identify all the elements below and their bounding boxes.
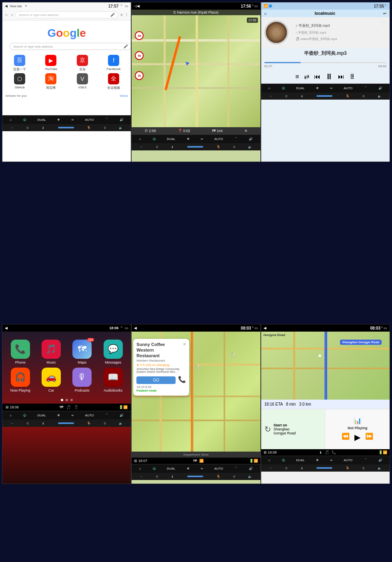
sub-slider-4[interactable] xyxy=(58,422,74,424)
eq-icon[interactable]: 🎚 xyxy=(349,73,356,80)
list-icon[interactable]: ≡ xyxy=(295,73,299,80)
phone-icon[interactable]: 📞 xyxy=(178,376,186,383)
navigation-action[interactable]: ↻ Start on Shangliao Gongye Road xyxy=(261,409,326,449)
url-bar[interactable]: Search or type web address 🎤 xyxy=(15,11,118,18)
shortcut-facebook[interactable]: f Facebook xyxy=(99,55,128,72)
sub-vol-4[interactable]: 🔈 xyxy=(119,422,123,425)
sub-back[interactable]: ← xyxy=(10,126,14,130)
carplay-back[interactable]: ◀ xyxy=(5,326,8,330)
sub-temp-2[interactable]: 🌡 xyxy=(171,145,174,149)
nav-map[interactable]: 40 56 35 ▲ 17:56 xyxy=(132,15,260,127)
snow-icon-4[interactable]: ❄ xyxy=(57,414,60,417)
shortcut-taobao[interactable]: 淘 淘宝网 xyxy=(36,73,66,90)
nav3-map[interactable]: ▲ Shangliao Gongye Road Hongma Road xyxy=(261,332,390,400)
show-link[interactable]: Show xyxy=(120,94,128,98)
link-icon-2[interactable]: ∞ xyxy=(201,137,203,141)
bookmark-icon[interactable]: ☆ xyxy=(120,13,123,17)
link-icon-3[interactable]: ∞ xyxy=(330,86,332,90)
shortcut-jd[interactable]: 京 京东 xyxy=(68,55,97,72)
sub-temp-4[interactable]: 🌡 xyxy=(42,422,45,425)
nav-forward-icon[interactable]: → xyxy=(10,13,14,17)
volume-icon[interactable]: 🔊 xyxy=(120,118,124,122)
home-btn-5[interactable]: ⌂ xyxy=(139,467,141,470)
sub-slider-5[interactable] xyxy=(187,476,203,477)
close-nav[interactable]: ✕ xyxy=(244,129,248,133)
progress-bar[interactable] xyxy=(264,62,386,63)
poi-marker[interactable]: 🍴 xyxy=(194,364,200,370)
shortcut-baidu[interactable]: 百 百度一下 xyxy=(5,55,34,72)
voice-search-icon[interactable]: 🎤 xyxy=(124,44,128,48)
shortcut-youtube[interactable]: ▶ YouTube xyxy=(36,55,66,72)
sub-slider-3[interactable] xyxy=(316,95,332,97)
maps-bottom-icon[interactable]: 🗺 xyxy=(60,405,63,409)
poi-marker-2[interactable]: 🍴 xyxy=(230,352,236,358)
curve-icon-3[interactable]: ⌒ xyxy=(364,86,367,90)
carplay-app-messages[interactable]: 💬 Messages xyxy=(99,340,127,364)
grid-icon-2[interactable]: ⊞ 18:07 xyxy=(134,459,147,463)
prev-btn-2[interactable]: ⏪ xyxy=(342,432,350,442)
nav3-menu[interactable]: ▭ xyxy=(384,326,387,330)
sub-vol-6[interactable]: 🔈 xyxy=(378,466,382,470)
sub-slider-6[interactable] xyxy=(316,467,332,469)
music-expand[interactable]: ⌃ xyxy=(384,4,387,8)
carplay-app-music[interactable]: 🎵 Music xyxy=(37,340,65,364)
power-btn-3[interactable]: ⏻ xyxy=(282,86,285,90)
link-icon-5[interactable]: ∞ xyxy=(201,467,203,470)
carplay-app-nowplaying[interactable]: 🎧 Now Playing xyxy=(6,368,34,392)
nav-compass[interactable]: ◁ xyxy=(134,4,137,8)
sub-vol[interactable]: 🔈 xyxy=(119,126,123,130)
sub-seat-5[interactable]: 🪑 xyxy=(216,475,220,478)
home-btn-4[interactable]: ⌂ xyxy=(10,414,12,417)
next-btn[interactable]: ⏭ xyxy=(338,73,344,80)
window-icon[interactable]: ▭ xyxy=(125,4,128,8)
snow-icon-5[interactable]: ❄ xyxy=(187,467,190,470)
pause-btn[interactable]: ⏸ xyxy=(325,72,333,81)
snow-icon[interactable]: ❄ xyxy=(57,118,60,122)
sub-vol-2[interactable]: 🔈 xyxy=(248,145,252,149)
nav2-menu[interactable]: ▭ xyxy=(254,326,258,330)
prev-btn[interactable]: ⏮ xyxy=(314,73,320,80)
phone-bottom-icon[interactable]: 📱 xyxy=(74,405,78,409)
volume-icon-2[interactable]: 🔊 xyxy=(249,137,253,141)
next-btn-2[interactable]: ⏩ xyxy=(365,432,373,442)
sub-back-6[interactable]: ← xyxy=(269,466,272,470)
back-icon[interactable]: ◀ xyxy=(5,4,8,8)
phone-icon-bar[interactable]: 📞 xyxy=(332,450,336,454)
playlist-item-2[interactable]: ♪ 半壶纱_刘珂矣.mp3 xyxy=(296,30,378,36)
sub-seat-3[interactable]: 🪑 xyxy=(346,94,350,98)
sub-back-2[interactable]: ← xyxy=(140,145,143,149)
dot-1[interactable] xyxy=(61,399,63,401)
add-tab-icon[interactable]: + xyxy=(25,4,27,8)
dot-3[interactable] xyxy=(70,399,73,401)
sub-seat-6[interactable]: 🪑 xyxy=(346,466,350,470)
sub-seat[interactable]: 🪑 xyxy=(87,126,91,130)
sub-temp-5[interactable]: 🌡 xyxy=(171,475,174,478)
sub-vol-5[interactable]: 🔈 xyxy=(248,475,252,478)
sub-back-5[interactable]: ← xyxy=(140,475,143,478)
google-search-input[interactable]: Search or type web address 🎤 xyxy=(10,43,131,50)
sub-temp-6[interactable]: 🌡 xyxy=(300,466,304,470)
music-back-icon[interactable]: ⌂ xyxy=(264,11,267,16)
curve-icon-4[interactable]: ⌒ xyxy=(105,413,108,418)
power-btn-5[interactable]: ⏻ xyxy=(152,467,156,470)
curve-icon-6[interactable]: ⌒ xyxy=(364,458,367,462)
map-icon-bottom[interactable]: 🗺 xyxy=(193,459,197,463)
shortcut-github[interactable]: ⬡ GitHub xyxy=(5,73,34,90)
snow-icon-2[interactable]: ❄ xyxy=(187,137,190,141)
grid-icon[interactable]: ⊞ 18:06 xyxy=(6,405,19,409)
home-btn-6[interactable]: ⌂ xyxy=(268,458,270,462)
carplay-app-maps[interactable]: 🗺 259 Maps xyxy=(68,340,96,364)
curve-icon-2[interactable]: ⌒ xyxy=(234,137,238,141)
sub-back-3[interactable]: ← xyxy=(269,94,272,98)
volume-icon-4[interactable]: 🔊 xyxy=(120,414,124,417)
power-btn-2[interactable]: ⏻ xyxy=(152,137,156,141)
nav-back[interactable]: ◀ xyxy=(137,4,140,8)
link-icon[interactable]: ∞ xyxy=(71,118,74,122)
nav3-back[interactable]: ◀ xyxy=(264,326,266,330)
link-icon-6[interactable]: ∞ xyxy=(330,458,332,462)
carplay-app-podcasts[interactable]: 🎙 Podcasts xyxy=(68,368,96,392)
power-btn-4[interactable]: ⏻ xyxy=(23,414,26,417)
menu-icon[interactable]: ⋮ xyxy=(125,13,128,17)
home-btn-2[interactable]: ⌂ xyxy=(139,137,141,141)
nav2-expand[interactable]: ⌃ xyxy=(251,326,254,330)
